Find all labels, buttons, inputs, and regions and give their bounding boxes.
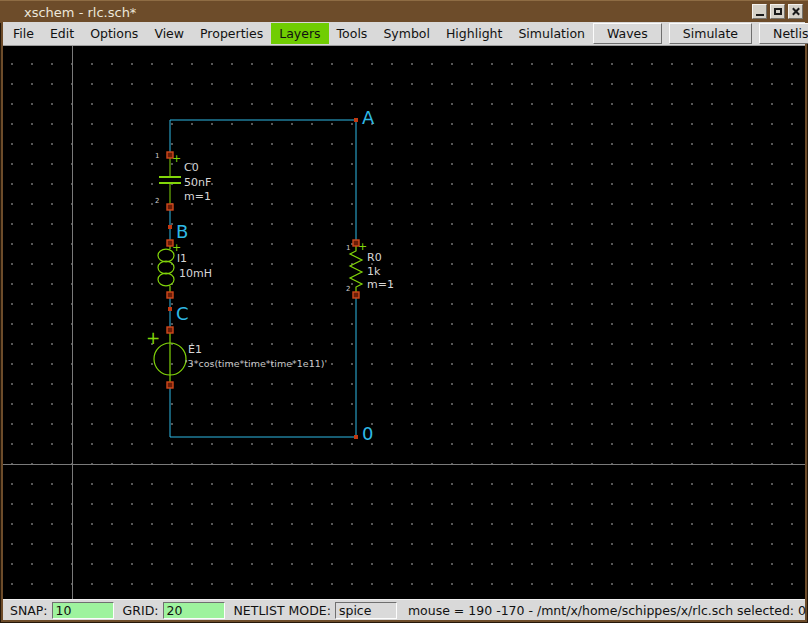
maximize-button[interactable] [770, 4, 785, 19]
resistor-pin1-number: 1 [346, 244, 350, 252]
resistor-value[interactable]: 1k [367, 265, 381, 278]
close-button[interactable] [788, 4, 803, 19]
mouse-status-info: mouse = 190 -170 - /mnt/x/home/schippes/… [408, 603, 806, 618]
pin[interactable] [167, 382, 173, 388]
rlc-circuit-drawing: A B C 0 C0 50nF m=1 l1 10mH E1 '3*cos(ti… [3, 46, 805, 600]
tick[interactable] [168, 225, 172, 229]
menu-edit[interactable]: Edit [42, 23, 82, 44]
menu-properties[interactable]: Properties [192, 23, 271, 44]
capacitor-value[interactable]: 50nF [184, 176, 211, 189]
simulate-button[interactable]: Simulate [669, 23, 752, 44]
pin[interactable] [167, 292, 173, 298]
pin[interactable] [167, 204, 173, 210]
snap-label: SNAP: [10, 603, 48, 618]
minimize-button[interactable] [752, 4, 767, 19]
menu-layers[interactable]: Layers [271, 23, 328, 44]
net-label-A[interactable]: A [362, 107, 375, 128]
resistor-ref[interactable]: R0 [367, 251, 382, 264]
capacitor-mult[interactable]: m=1 [184, 190, 211, 203]
menu-symbol[interactable]: Symbol [375, 23, 438, 44]
vsource-ref[interactable]: E1 [188, 343, 202, 356]
menu-options[interactable]: Options [82, 23, 146, 44]
vsource-value[interactable]: '3*cos(time*time*time*1e11)' [185, 358, 327, 369]
net-label-0[interactable]: 0 [362, 423, 373, 444]
pin[interactable] [353, 292, 359, 298]
tick[interactable] [168, 307, 172, 311]
netlist-mode-input[interactable] [335, 602, 397, 619]
waves-button[interactable]: Waves [593, 23, 662, 44]
window-title: xschem - rlc.sch* [24, 5, 136, 20]
close-icon [791, 7, 800, 16]
menubar: File Edit Options View Properties Layers… [3, 22, 805, 46]
resistor-pin2-number: 2 [346, 285, 350, 293]
pin[interactable] [167, 327, 173, 333]
capacitor-plus-icon: + [172, 152, 181, 165]
menu-highlight[interactable]: Highlight [438, 23, 510, 44]
minimize-icon [756, 14, 764, 16]
capacitor-pin2-number: 2 [155, 197, 159, 205]
window-controls [752, 4, 803, 19]
netlist-button[interactable]: Netlist [759, 23, 808, 44]
net-label-B[interactable]: B [176, 221, 188, 242]
menu-view[interactable]: View [146, 23, 192, 44]
component-labels: C0 50nF m=1 l1 10mH E1 '3*cos(time*time*… [177, 161, 394, 369]
menu-simulation[interactable]: Simulation [510, 23, 593, 44]
capacitor-pin1-number: 1 [155, 152, 159, 160]
inductor-value[interactable]: 10mH [179, 267, 212, 280]
xschem-window: xschem - rlc.sch* File Edit Options View… [0, 0, 808, 623]
resistor-mult[interactable]: m=1 [367, 278, 394, 291]
grid-input[interactable] [163, 602, 225, 619]
maximize-icon [774, 8, 782, 15]
tick[interactable] [354, 435, 358, 439]
inductor-plus-icon: + [172, 241, 181, 254]
snap-input[interactable] [52, 602, 114, 619]
schematic-canvas[interactable]: A B C 0 C0 50nF m=1 l1 10mH E1 '3*cos(ti… [3, 46, 805, 600]
vsource-plus-icon: + [146, 328, 160, 348]
statusbar: SNAP: GRID: NETLIST MODE: mouse = 190 -1… [3, 599, 805, 620]
menu-tools[interactable]: Tools [329, 23, 376, 44]
netlist-mode-label: NETLIST MODE: [234, 603, 331, 618]
resistor-plus-icon: + [358, 240, 367, 253]
net-label-C[interactable]: C [176, 303, 189, 324]
tick[interactable] [354, 118, 358, 122]
capacitor-ref[interactable]: C0 [184, 161, 199, 174]
titlebar[interactable]: xschem - rlc.sch* [0, 0, 808, 23]
menu-file[interactable]: File [5, 23, 42, 44]
grid-label: GRID: [123, 603, 159, 618]
